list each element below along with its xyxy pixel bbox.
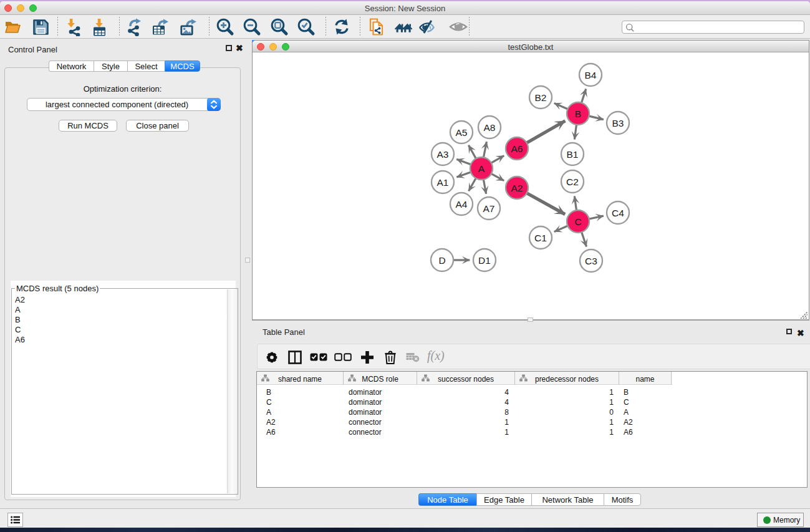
svg-text:A3: A3 <box>437 149 449 160</box>
svg-text:D1: D1 <box>478 255 491 266</box>
svg-text:C4: C4 <box>612 208 624 218</box>
svg-text:A7: A7 <box>483 203 495 214</box>
svg-text:A1: A1 <box>437 177 449 188</box>
svg-text:A8: A8 <box>484 122 496 133</box>
svg-text:B4: B4 <box>585 70 597 80</box>
svg-text:C1: C1 <box>534 233 547 243</box>
svg-text:A5: A5 <box>456 127 468 138</box>
svg-text:B2: B2 <box>535 92 547 103</box>
svg-text:A6: A6 <box>511 143 523 154</box>
svg-text:D: D <box>438 255 445 266</box>
svg-text:B3: B3 <box>612 118 624 128</box>
svg-text:A4: A4 <box>456 199 468 210</box>
svg-text:C2: C2 <box>566 177 579 187</box>
svg-text:A2: A2 <box>511 183 523 193</box>
svg-text:B: B <box>575 109 581 119</box>
svg-text:C3: C3 <box>585 256 597 266</box>
svg-text:B1: B1 <box>567 149 579 160</box>
svg-text:A: A <box>478 163 485 174</box>
svg-text:C: C <box>574 216 581 227</box>
